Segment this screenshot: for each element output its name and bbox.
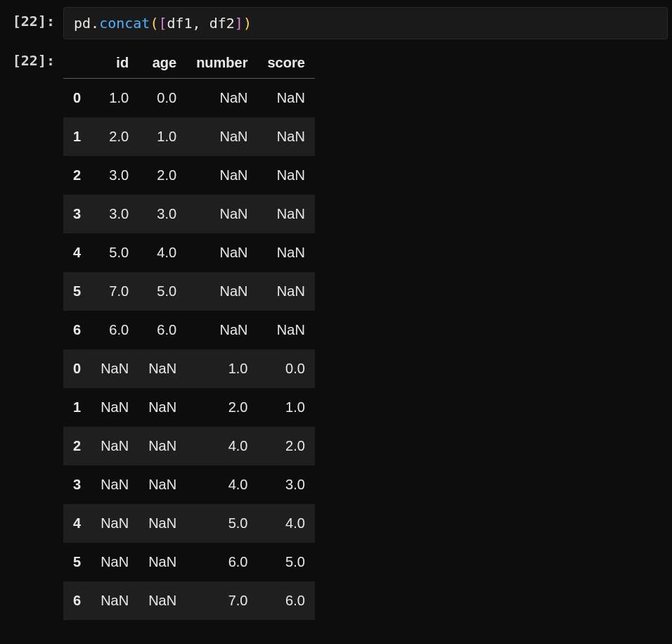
cell: NaN	[258, 195, 315, 233]
dataframe-col-header: score	[258, 48, 315, 79]
row-index: 1	[63, 117, 91, 156]
cell: 4.0	[138, 233, 186, 272]
cell: 4.0	[186, 427, 257, 465]
cell: 2.0	[186, 388, 257, 427]
cell: 3.0	[91, 156, 138, 195]
cell: NaN	[258, 156, 315, 195]
cell: NaN	[138, 581, 186, 620]
input-prompt: [22]:	[0, 7, 63, 30]
table-row: 6NaNNaN7.06.0	[63, 581, 315, 620]
cell: NaN	[138, 349, 186, 388]
row-index: 0	[63, 349, 91, 388]
cell: 2.0	[91, 117, 138, 156]
cell: NaN	[186, 156, 257, 195]
cell: 5.0	[258, 543, 315, 581]
cell: 7.0	[186, 581, 257, 620]
row-index: 5	[63, 543, 91, 581]
cell: 6.0	[138, 311, 186, 349]
code-token-lbracket: [	[158, 15, 167, 32]
code-token-var: pd	[74, 15, 91, 32]
cell: 3.0	[258, 465, 315, 504]
cell: NaN	[91, 427, 138, 465]
code-token-arg1: df1	[167, 15, 192, 32]
table-row: 33.03.0NaNNaN	[63, 195, 315, 233]
cell: NaN	[91, 388, 138, 427]
cell: NaN	[138, 388, 186, 427]
code-token-dot: .	[91, 15, 99, 32]
code-input[interactable]: pd.concat([df1, df2])	[63, 7, 668, 39]
cell: NaN	[258, 272, 315, 311]
cell: 0.0	[258, 349, 315, 388]
code-token-fn: concat	[99, 15, 150, 32]
cell: 3.0	[91, 195, 138, 233]
cell: 2.0	[258, 427, 315, 465]
cell: 1.0	[91, 79, 138, 118]
cell: NaN	[138, 465, 186, 504]
cell: 1.0	[186, 349, 257, 388]
table-row: 5NaNNaN6.05.0	[63, 543, 315, 581]
table-row: 0NaNNaN1.00.0	[63, 349, 315, 388]
row-index: 6	[63, 581, 91, 620]
cell: 7.0	[91, 272, 138, 311]
table-row: 23.02.0NaNNaN	[63, 156, 315, 195]
cell: NaN	[186, 195, 257, 233]
cell: NaN	[91, 543, 138, 581]
cell: 6.0	[186, 543, 257, 581]
code-token-arg2: df2	[209, 15, 235, 32]
cell: 3.0	[138, 195, 186, 233]
cell: NaN	[258, 117, 315, 156]
dataframe-body: 01.00.0NaNNaN 12.01.0NaNNaN 23.02.0NaNNa…	[63, 79, 315, 621]
row-index: 2	[63, 156, 91, 195]
input-cell-row: [22]: pd.concat([df1, df2])	[0, 7, 672, 39]
cell: 4.0	[186, 465, 257, 504]
cell: 6.0	[91, 311, 138, 349]
cell: 6.0	[258, 581, 315, 620]
output-cell-row: [22]: id age number score 01.00.0NaNNaN …	[0, 46, 672, 620]
row-index: 3	[63, 465, 91, 504]
cell: NaN	[91, 349, 138, 388]
cell: NaN	[138, 427, 186, 465]
code-token-rbracket: ]	[235, 15, 243, 32]
output-prompt: [22]:	[0, 46, 63, 69]
output-area: id age number score 01.00.0NaNNaN 12.01.…	[63, 46, 672, 620]
row-index: 4	[63, 504, 91, 543]
table-row: 01.00.0NaNNaN	[63, 79, 315, 118]
dataframe-index-col-header	[63, 48, 91, 79]
cell: NaN	[186, 117, 257, 156]
row-index: 3	[63, 195, 91, 233]
table-row: 57.05.0NaNNaN	[63, 272, 315, 311]
row-index: 4	[63, 233, 91, 272]
code-token-lparen: (	[150, 15, 158, 32]
cell: NaN	[258, 311, 315, 349]
table-row: 66.06.0NaNNaN	[63, 311, 315, 349]
cell: NaN	[186, 272, 257, 311]
table-row: 45.04.0NaNNaN	[63, 233, 315, 272]
row-index: 5	[63, 272, 91, 311]
cell: NaN	[186, 79, 257, 118]
cell: 1.0	[258, 388, 315, 427]
table-row: 3NaNNaN4.03.0	[63, 465, 315, 504]
cell: 5.0	[138, 272, 186, 311]
cell: NaN	[91, 465, 138, 504]
cell: 5.0	[91, 233, 138, 272]
cell: 1.0	[138, 117, 186, 156]
dataframe-col-header: number	[186, 48, 257, 79]
dataframe-col-header: id	[91, 48, 138, 79]
code-token-rparen: )	[243, 15, 252, 32]
dataframe-header: id age number score	[63, 48, 315, 79]
row-index: 2	[63, 427, 91, 465]
table-row: 1NaNNaN2.01.0	[63, 388, 315, 427]
cell: 2.0	[138, 156, 186, 195]
row-index: 1	[63, 388, 91, 427]
row-index: 0	[63, 79, 91, 118]
table-row: 4NaNNaN5.04.0	[63, 504, 315, 543]
cell: 5.0	[186, 504, 257, 543]
cell: NaN	[186, 311, 257, 349]
cell: NaN	[186, 233, 257, 272]
table-row: 2NaNNaN4.02.0	[63, 427, 315, 465]
cell: 4.0	[258, 504, 315, 543]
cell: NaN	[91, 581, 138, 620]
cell: NaN	[138, 543, 186, 581]
code-token-comma: ,	[193, 15, 209, 32]
table-row: 12.01.0NaNNaN	[63, 117, 315, 156]
